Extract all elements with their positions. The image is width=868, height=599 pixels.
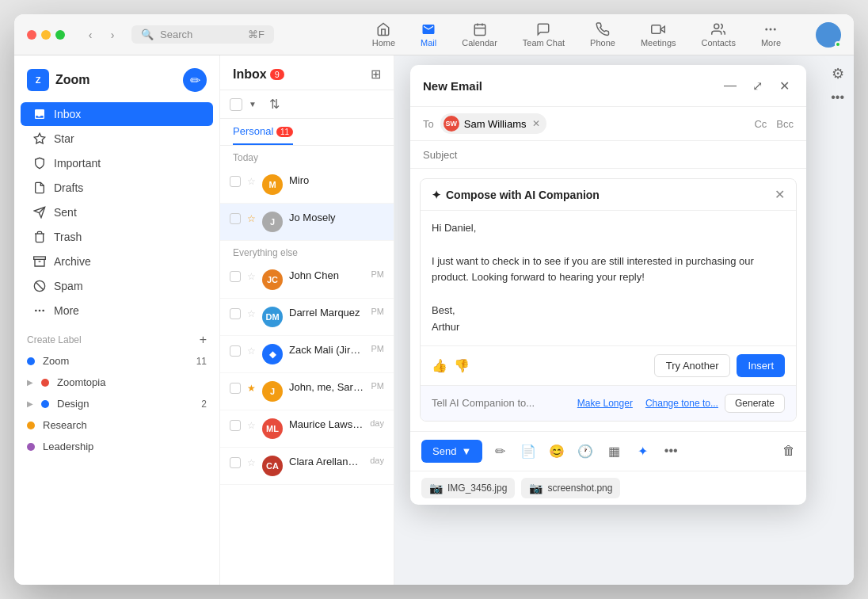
bookmark-5[interactable]: ☆ <box>247 345 256 357</box>
ai-close-button[interactable]: ✕ <box>775 187 785 202</box>
label-zoomtopia[interactable]: ▶ Zoomtopia <box>14 372 219 393</box>
close-modal-button[interactable]: ✕ <box>775 76 794 95</box>
sidebar-item-more[interactable]: More <box>21 299 213 322</box>
close-button[interactable] <box>27 30 36 40</box>
attachment-1[interactable]: 📷 IMG_3456.jpg <box>421 478 515 498</box>
delete-compose-button[interactable]: 🗑 <box>782 444 795 458</box>
email-checkbox-8[interactable] <box>230 457 241 468</box>
nav-team-chat[interactable]: Team Chat <box>510 19 577 51</box>
recipient-chip[interactable]: SW Sam Williams ✕ <box>440 113 547 134</box>
nav-mail-label: Mail <box>421 38 436 48</box>
tab-personal[interactable]: Personal 11 <box>233 125 293 145</box>
cc-button[interactable]: Cc <box>754 118 767 130</box>
search-bar[interactable]: 🔍 Search ⌘F <box>131 25 274 44</box>
bcc-button[interactable]: Bcc <box>776 118 794 130</box>
email-item-clara[interactable]: ☆ CA Clara Arellano, Sara... day <box>220 448 394 485</box>
recipient-remove-button[interactable]: ✕ <box>532 118 540 129</box>
email-content-john: John Chen <box>289 269 365 281</box>
label-design[interactable]: ▶ Design 2 <box>14 393 219 414</box>
email-checkbox-3[interactable] <box>230 271 241 282</box>
generate-button[interactable]: Generate <box>725 394 785 413</box>
email-item-john-sarah[interactable]: ★ J John, me, Sarah (10) PM <box>220 373 394 410</box>
bookmark-8[interactable]: ☆ <box>247 457 256 468</box>
email-item-zack[interactable]: ☆ ◆ Zack Mali (Jira) (5) PM <box>220 336 394 373</box>
email-item-miro[interactable]: ☆ M Miro <box>220 166 394 204</box>
bookmark-7[interactable]: ☆ <box>247 420 256 431</box>
online-status-dot <box>835 41 841 48</box>
ai-toolbar-icon[interactable]: ✦ <box>631 440 653 462</box>
nav-phone[interactable]: Phone <box>577 19 628 51</box>
nav-home[interactable]: Home <box>360 19 408 51</box>
email-checkbox-4[interactable] <box>230 308 241 319</box>
sidebar-item-spam[interactable]: Spam <box>21 274 213 298</box>
forward-button[interactable]: › <box>103 25 122 44</box>
email-name-2: Jo Mosely <box>289 212 384 223</box>
email-checkbox-1[interactable] <box>230 176 241 187</box>
nav-home-label: Home <box>372 38 395 48</box>
compose-button[interactable]: ✏ <box>183 68 207 92</box>
email-item-maurice[interactable]: ☆ ML Maurice Lawson (2) day <box>220 410 394 448</box>
change-tone-button[interactable]: Change tone to... <box>645 398 718 409</box>
sidebar-item-drafts[interactable]: Drafts <box>21 176 213 200</box>
insert-button[interactable]: Insert <box>737 354 785 377</box>
sidebar-item-sent[interactable]: Sent <box>21 200 213 224</box>
bookmark-6[interactable]: ★ <box>247 383 256 394</box>
bookmark-1[interactable]: ☆ <box>247 176 256 187</box>
create-label-text: Create Label <box>27 334 82 345</box>
nav-mail[interactable]: Mail <box>408 19 449 51</box>
ai-text-input[interactable] <box>432 397 571 409</box>
sort-icon[interactable]: ⇅ <box>269 97 280 112</box>
clock-icon[interactable]: 🕐 <box>574 440 596 462</box>
sidebar-item-important[interactable]: Important <box>21 151 213 175</box>
email-item-john-chen[interactable]: ☆ JC John Chen PM <box>220 261 394 299</box>
attachment-2[interactable]: 📷 screenshot.png <box>521 478 620 498</box>
avatar[interactable] <box>816 22 841 48</box>
email-checkbox-7[interactable] <box>230 420 241 431</box>
bookmark-4[interactable]: ☆ <box>247 308 256 319</box>
label-zoom[interactable]: Zoom 11 <box>14 350 219 372</box>
email-checkbox-2[interactable] <box>230 213 241 224</box>
to-row: To SW Sam Williams ✕ Cc Bcc <box>410 107 806 141</box>
subject-input[interactable] <box>423 149 794 161</box>
select-all-checkbox[interactable] <box>230 98 242 111</box>
email-item-darrel[interactable]: ☆ DM Darrel Marquez PM <box>220 299 394 336</box>
back-button[interactable]: ‹ <box>81 25 100 44</box>
nav-contacts[interactable]: Contacts <box>689 19 748 51</box>
nav-more[interactable]: More <box>748 19 794 51</box>
make-longer-button[interactable]: Make Longer <box>577 398 633 409</box>
dropdown-arrow[interactable]: ▼ <box>249 100 257 109</box>
send-button[interactable]: Send ▼ <box>421 440 482 463</box>
thumbs-up-button[interactable]: 👍 <box>432 358 447 373</box>
add-label-icon[interactable]: + <box>200 333 207 347</box>
svg-marker-10 <box>34 133 44 143</box>
maximize-button[interactable] <box>55 30 65 40</box>
format-icon[interactable]: ✏ <box>489 440 511 462</box>
filter-icon[interactable]: ⊞ <box>371 67 381 82</box>
minimize-button[interactable] <box>41 30 51 40</box>
sidebar-item-archive[interactable]: Archive <box>21 250 213 273</box>
today-section-header: Today <box>220 146 394 166</box>
try-another-button[interactable]: Try Another <box>654 354 731 377</box>
more-right-icon[interactable]: ••• <box>831 90 844 105</box>
bookmark-2[interactable]: ☆ <box>247 213 256 224</box>
label-leadership[interactable]: Leadership <box>14 436 219 457</box>
bookmark-3[interactable]: ☆ <box>247 271 256 282</box>
nav-calendar[interactable]: Calendar <box>449 19 510 51</box>
nav-meetings[interactable]: Meetings <box>628 19 689 51</box>
minimize-modal-button[interactable]: — <box>721 76 740 95</box>
sidebar-item-trash[interactable]: Trash <box>21 225 213 249</box>
expand-modal-button[interactable]: ⤢ <box>748 76 767 95</box>
sidebar-item-star[interactable]: Star <box>21 127 213 151</box>
email-checkbox-5[interactable] <box>230 345 241 357</box>
settings-icon[interactable]: ⚙ <box>832 65 844 82</box>
sidebar-item-inbox[interactable]: Inbox <box>21 102 213 126</box>
svg-point-19 <box>36 310 36 311</box>
thumbs-down-button[interactable]: 👎 <box>454 358 470 373</box>
emoji-icon[interactable]: 😊 <box>546 440 568 462</box>
table-icon[interactable]: ▦ <box>603 440 625 462</box>
label-research[interactable]: Research <box>14 414 219 436</box>
email-item-jo[interactable]: ☆ J Jo Mosely <box>220 204 394 241</box>
email-checkbox-6[interactable] <box>230 383 241 394</box>
more-toolbar-icon[interactable]: ••• <box>660 440 682 462</box>
attach-icon[interactable]: 📄 <box>517 440 539 462</box>
